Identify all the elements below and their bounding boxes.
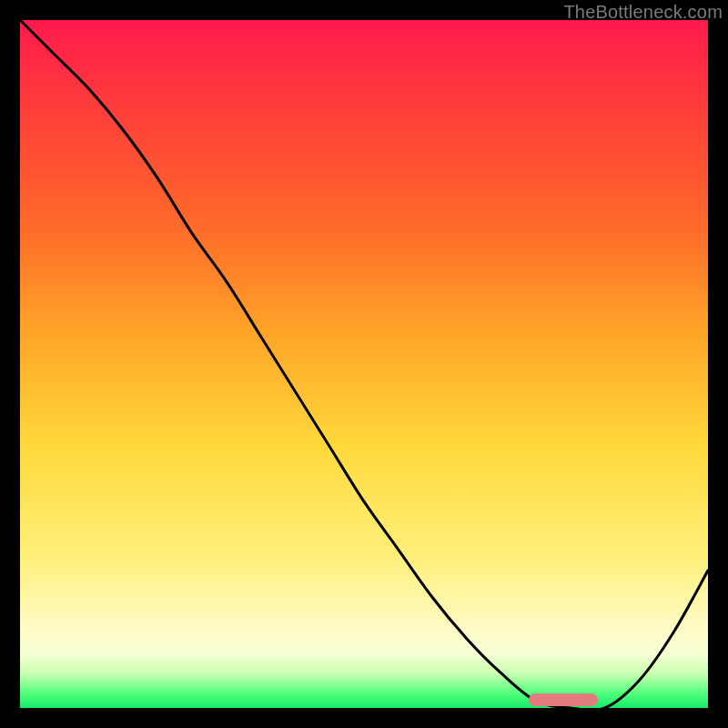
bottleneck-curve-path	[20, 20, 708, 708]
chart-frame: TheBottleneck.com	[0, 0, 728, 728]
optimal-range-marker	[529, 693, 598, 706]
plot-area	[20, 20, 708, 708]
curve-svg	[20, 20, 708, 708]
